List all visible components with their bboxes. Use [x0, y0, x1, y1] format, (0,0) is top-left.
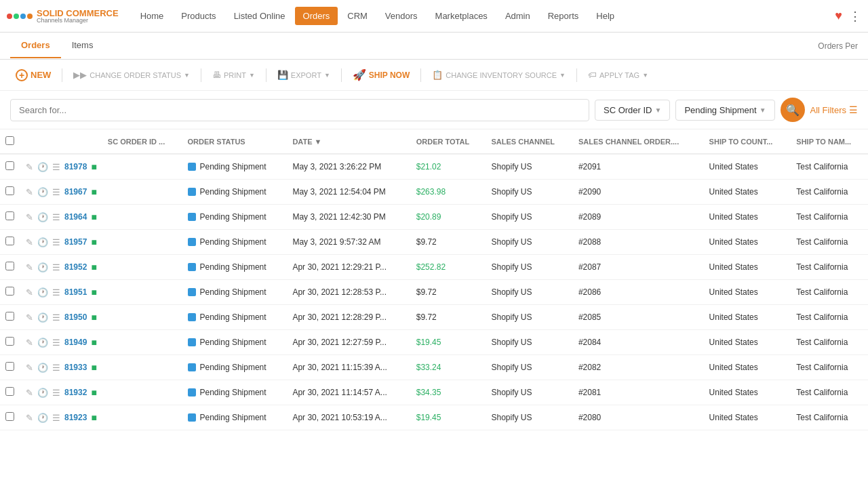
nav-item-vendors[interactable]: Vendors: [377, 7, 426, 25]
cell-sales-channel-9: Shopify US: [486, 380, 572, 405]
edit-icon[interactable]: ✎: [26, 162, 33, 172]
edit-icon[interactable]: ✎: [26, 413, 33, 423]
list-icon[interactable]: ☰: [52, 162, 60, 172]
apply-tag-button[interactable]: 🏷 APPLY TAG ▼: [583, 66, 654, 83]
nav-item-crm[interactable]: CRM: [339, 7, 376, 25]
export-button[interactable]: 💾 EXPORT ▼: [272, 66, 336, 83]
list-icon[interactable]: ☰: [52, 287, 60, 298]
row-checkbox-2[interactable]: [5, 211, 14, 220]
order-link[interactable]: 81964: [64, 212, 87, 222]
row-checkbox-10[interactable]: [5, 412, 14, 421]
status-dropdown[interactable]: Pending Shipment ▼: [675, 100, 774, 121]
order-link[interactable]: 81933: [64, 363, 87, 372]
nav-item-help[interactable]: Help: [588, 7, 623, 25]
list-icon[interactable]: ☰: [52, 338, 60, 348]
cell-order-id-9: [102, 380, 182, 405]
dot-green: [14, 14, 19, 19]
row-checkbox-8[interactable]: [5, 362, 14, 371]
edit-icon[interactable]: ✎: [26, 187, 33, 197]
row-checkbox-3[interactable]: [5, 237, 14, 245]
clock-icon[interactable]: 🕐: [37, 388, 48, 398]
status-indicator: [188, 338, 196, 346]
th-date[interactable]: DATE ▼: [287, 129, 410, 154]
all-filters-button[interactable]: All Filters ☰: [810, 104, 858, 115]
row-checkbox-6[interactable]: [5, 312, 14, 321]
nav-item-products[interactable]: Products: [173, 7, 224, 25]
edit-icon[interactable]: ✎: [26, 363, 33, 373]
change-order-status-button[interactable]: ▶▶ CHANGE ORDER STATUS ▼: [68, 66, 195, 83]
nav-item-admin[interactable]: Admin: [497, 7, 538, 25]
order-link[interactable]: 81951: [64, 287, 87, 297]
row-checkbox-1[interactable]: [5, 186, 14, 195]
new-button[interactable]: + NEW: [10, 66, 56, 85]
print-caret: ▼: [249, 72, 255, 79]
th-ship-name: SHIP TO NAM...: [791, 129, 868, 154]
clock-icon[interactable]: 🕐: [37, 287, 48, 298]
cell-sc-order-7: #2084: [573, 330, 704, 355]
tab-items[interactable]: Items: [61, 33, 104, 58]
clock-icon[interactable]: 🕐: [37, 262, 48, 272]
clock-icon[interactable]: 🕐: [37, 363, 48, 373]
edit-icon[interactable]: ✎: [26, 287, 33, 298]
nav-item-listed online[interactable]: Listed Online: [226, 7, 294, 25]
print-icon: 🖶: [212, 70, 221, 80]
list-icon[interactable]: ☰: [52, 312, 60, 323]
clock-icon[interactable]: 🕐: [37, 338, 48, 348]
clock-icon[interactable]: 🕐: [37, 162, 48, 172]
heart-icon[interactable]: ♥: [835, 9, 842, 23]
list-icon[interactable]: ☰: [52, 262, 60, 272]
row-checkbox-5[interactable]: [5, 287, 14, 296]
edit-icon[interactable]: ✎: [26, 388, 33, 398]
list-icon[interactable]: ☰: [52, 237, 60, 247]
nav-item-reports[interactable]: Reports: [540, 7, 587, 25]
status-text: Pending Shipment: [200, 237, 267, 247]
ship-now-button[interactable]: 🚀 SHIP NOW: [347, 65, 415, 85]
green-icon: ■: [91, 362, 96, 373]
row-actions-0: ✎ 🕐 ☰ 81978 ■: [26, 161, 97, 172]
row-checkbox-9[interactable]: [5, 387, 14, 396]
order-id-dropdown[interactable]: SC Order ID ▼: [595, 100, 670, 121]
print-button[interactable]: 🖶 PRINT ▼: [207, 66, 260, 83]
clock-icon[interactable]: 🕐: [37, 413, 48, 423]
tab-orders[interactable]: Orders: [10, 33, 61, 58]
nav-item-orders[interactable]: Orders: [295, 7, 338, 25]
clock-icon[interactable]: 🕐: [37, 212, 48, 222]
edit-icon[interactable]: ✎: [26, 262, 33, 272]
order-link[interactable]: 81949: [64, 338, 87, 347]
list-icon[interactable]: ☰: [52, 388, 60, 398]
order-link[interactable]: 81957: [64, 237, 87, 247]
order-link[interactable]: 81952: [64, 262, 87, 272]
cell-order-id-2: [102, 205, 182, 230]
clock-icon[interactable]: 🕐: [37, 237, 48, 247]
order-link[interactable]: 81923: [64, 413, 87, 422]
change-inventory-source-button[interactable]: 📋 CHANGE INVENTORY SOURCE ▼: [427, 66, 571, 83]
list-icon[interactable]: ☰: [52, 212, 60, 222]
green-icon: ■: [91, 186, 96, 197]
more-icon[interactable]: ⋮: [849, 9, 861, 24]
select-all-checkbox[interactable]: [5, 136, 14, 145]
cell-order-id-6: [102, 305, 182, 330]
row-checkbox-7[interactable]: [5, 337, 14, 346]
order-link[interactable]: 81978: [64, 162, 87, 171]
cell-sc-order-5: #2086: [573, 280, 704, 305]
edit-icon[interactable]: ✎: [26, 312, 33, 323]
edit-icon[interactable]: ✎: [26, 338, 33, 348]
edit-icon[interactable]: ✎: [26, 212, 33, 222]
change-order-status-label: CHANGE ORDER STATUS: [90, 71, 181, 79]
list-icon[interactable]: ☰: [52, 363, 60, 373]
nav-item-home[interactable]: Home: [132, 7, 172, 25]
clock-icon[interactable]: 🕐: [37, 187, 48, 197]
edit-icon[interactable]: ✎: [26, 237, 33, 247]
nav-item-marketplaces[interactable]: Marketplaces: [427, 7, 496, 25]
order-link[interactable]: 81967: [64, 187, 87, 197]
order-link[interactable]: 81932: [64, 388, 87, 397]
status-text: Pending Shipment: [200, 338, 267, 347]
clock-icon[interactable]: 🕐: [37, 312, 48, 323]
search-input[interactable]: [10, 99, 589, 121]
order-link[interactable]: 81950: [64, 312, 87, 322]
row-checkbox-4[interactable]: [5, 262, 14, 270]
list-icon[interactable]: ☰: [52, 187, 60, 197]
search-go-button[interactable]: 🔍: [781, 98, 805, 122]
row-checkbox-0[interactable]: [5, 161, 14, 170]
list-icon[interactable]: ☰: [52, 413, 60, 423]
